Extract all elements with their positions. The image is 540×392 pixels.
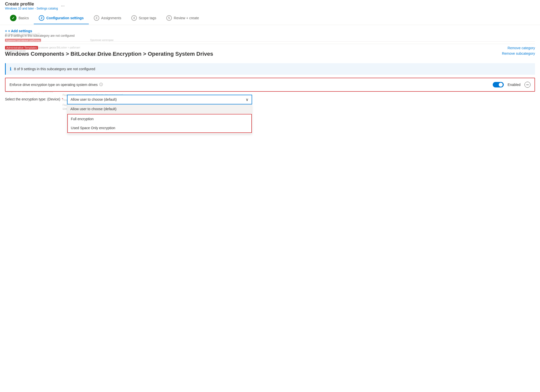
tab2-label: Configuration settings	[46, 16, 84, 20]
section-action-links: Remove category Remove subcategory	[502, 46, 535, 55]
section-header: Administrative Templates Windows Compone…	[5, 44, 535, 60]
tab-basics[interactable]: ✓ Basics	[5, 12, 34, 25]
divider1	[5, 41, 535, 42]
tab3-label: Assignments	[101, 16, 121, 20]
tab4-num: 4	[131, 15, 137, 21]
dropdown-label: Select the encryption type: (Device) *	[5, 95, 63, 101]
section-title-block: Administrative Templates Windows Compone…	[5, 46, 497, 58]
tab1-check-icon: ✓	[10, 15, 17, 21]
dropdown-option-full-encryption[interactable]: Full encryption	[68, 114, 251, 123]
page-header: Create profile Windows 10 and later - Se…	[0, 0, 540, 12]
setting-label-text: Enforce drive encryption type on operati…	[10, 83, 98, 87]
toggle-thumb	[499, 83, 503, 87]
page-subtitle: Windows 10 and later - Settings catalog	[5, 7, 58, 10]
dropdown-option-allow-user[interactable]: Allow user to choose (default)	[67, 104, 252, 113]
remove-category-link[interactable]: Remove category	[507, 46, 535, 50]
add-settings-info: 8 of 9 settings in this subcategory are …	[5, 34, 535, 37]
section-main-title: Windows Components > BitLocker Drive Enc…	[5, 50, 497, 58]
tab-configuration-settings[interactable]: 2 Configuration settings	[34, 12, 89, 24]
enabled-label: Enabled	[508, 83, 520, 87]
add-settings-link[interactable]: + + Add settings	[5, 29, 32, 33]
setting-enforce-encryption-card: Enforce drive encryption type on operati…	[5, 78, 535, 92]
info-banner: ℹ 8 of 9 settings in this subcategory ar…	[5, 63, 535, 75]
admin-templates-badge: Administrative Templates	[5, 46, 38, 49]
setting-label: Enforce drive encryption type on operati…	[10, 82, 103, 87]
setting-controls: Enabled −	[493, 82, 530, 88]
tab2-num: 2	[39, 15, 44, 21]
main-content: + + Add settings 8 of 9 settings in this…	[0, 25, 540, 141]
tab1-label: Basics	[19, 16, 29, 20]
dropdown-menu: Allow user to choose (default) Full encr…	[67, 104, 252, 134]
collapse-icon[interactable]: −	[524, 82, 530, 88]
dropdown-selected[interactable]: Allow user to choose (default) ∨	[67, 95, 252, 104]
chevron-down-icon: ∨	[246, 97, 249, 102]
tab-assignments[interactable]: 3 Assignments	[89, 12, 126, 24]
info-icon: ℹ	[10, 66, 12, 72]
dropdown-options-boxed: Full encryption Used Space Only encrypti…	[67, 114, 252, 133]
dropdown-selected-value: Allow user to choose (default)	[71, 97, 117, 101]
tab4-label: Scope tags	[139, 16, 156, 20]
tab-review-create[interactable]: 5 Review + create	[161, 12, 204, 24]
setting-info-icon: ⓘ	[99, 82, 103, 87]
tab5-label: Review + create	[174, 16, 199, 20]
tab5-num: 5	[166, 15, 172, 21]
encryption-type-row: Select the encryption type: (Device) * A…	[5, 95, 535, 134]
more-options-icon[interactable]: ···	[61, 3, 65, 8]
add-settings-plus: +	[5, 29, 7, 33]
tab3-num: 3	[94, 15, 99, 21]
enabled-toggle[interactable]	[493, 82, 504, 87]
dropdown-container: Allow user to choose (default) ∨ Allow u…	[67, 95, 252, 134]
tab-scope-tags[interactable]: 4 Scope tags	[126, 12, 161, 24]
required-indicator: *	[62, 97, 63, 101]
add-settings-label: + Add settings	[8, 29, 32, 33]
setting-label-block: Enforce drive encryption type on operati…	[10, 82, 103, 87]
info-banner-text: 8 of 9 settings in this subcategory are …	[14, 67, 95, 71]
tab-navigation: ✓ Basics 2 Configuration settings 3 Assi…	[0, 12, 540, 25]
page-title: Create profile	[5, 1, 58, 7]
remove-subcategory-link[interactable]: Remove subcategory	[502, 51, 535, 55]
dropdown-option-used-space[interactable]: Used Space Only encryption	[68, 123, 251, 132]
